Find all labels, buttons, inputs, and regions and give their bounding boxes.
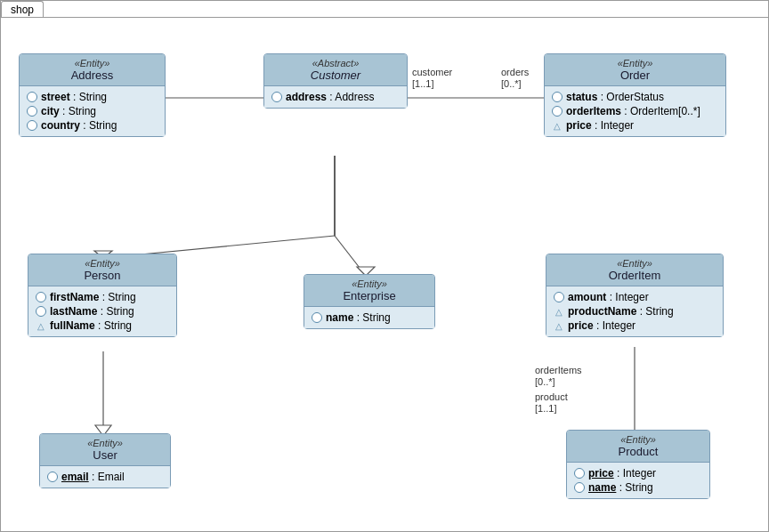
class-user-name: User [45,448,165,462]
triangle-icon: △ [36,320,46,331]
class-product: «Entity» Product price : Integer name : … [566,430,710,499]
label-customer: customer [412,67,452,77]
class-address-header: «Entity» Address [20,54,165,86]
attr-productname: △ productName : String [554,304,716,318]
class-address-body: street : String city : String country : … [20,86,165,136]
label-orderitems-mult: [0..*] [535,376,555,387]
class-person-name: Person [34,269,171,282]
class-customer: «Abstract» Customer address : Address [263,53,408,109]
diagram-area: customer [1..1] orders [0..*] orderItems… [1,17,768,531]
class-user-stereotype: «Entity» [45,438,165,448]
triangle-icon: △ [554,320,564,331]
class-user-header: «Entity» User [40,434,170,466]
diagram-tab[interactable]: shop [1,1,44,18]
attr-amount: amount : Integer [554,290,716,304]
class-address: «Entity» Address street : String city : … [19,53,166,137]
attr-name-enterprise: name : String [312,310,427,325]
class-enterprise-header: «Entity» Enterprise [304,275,434,307]
class-customer-header: «Abstract» Customer [264,54,407,86]
class-orderitem-name: OrderItem [552,269,717,282]
attr-street: street : String [27,90,158,104]
class-address-name: Address [25,69,159,82]
attr-price-orderitem: △ price : Integer [554,318,716,333]
circle-icon [552,106,563,117]
class-order-stereotype: «Entity» [550,58,720,69]
class-order: «Entity» Order status : OrderStatus orde… [544,53,726,137]
class-person-stereotype: «Entity» [34,258,171,269]
class-customer-body: address : Address [264,86,407,108]
class-product-body: price : Integer name : String [567,463,709,498]
circle-icon [554,292,564,302]
circle-icon [574,468,585,479]
circle-icon [47,472,58,482]
class-person-header: «Entity» Person [28,254,176,286]
class-order-header: «Entity» Order [545,54,725,86]
circle-icon [27,106,37,117]
class-user: «Entity» User email : Email [39,433,171,488]
class-person: «Entity» Person firstName : String lastN… [28,254,177,337]
attr-status: status : OrderStatus [552,90,718,104]
class-customer-name: Customer [270,69,401,82]
class-customer-stereotype: «Abstract» [270,58,401,69]
attr-firstname: firstName : String [36,290,169,304]
class-orderitem-header: «Entity» OrderItem [546,254,723,286]
circle-icon [36,292,46,302]
circle-icon [552,92,563,102]
class-orderitem-body: amount : Integer △ productName : String … [546,286,723,336]
attr-email: email : Email [47,470,163,484]
circle-icon [312,312,322,323]
class-product-header: «Entity» Product [567,431,709,463]
label-orders-mult: [0..*] [501,78,522,89]
class-product-name: Product [572,445,704,458]
class-enterprise-name: Enterprise [310,289,429,302]
class-enterprise-body: name : String [304,307,434,328]
attr-city: city : String [27,104,158,118]
attr-address: address : Address [271,90,400,104]
class-order-name: Order [550,69,720,82]
circle-icon [36,306,46,317]
svg-line-6 [335,236,366,276]
diagram-container: shop [0,0,769,532]
circle-icon [271,92,282,102]
class-enterprise-stereotype: «Entity» [310,278,429,289]
label-product-mult: [1..1] [535,403,556,414]
class-enterprise: «Entity» Enterprise name : String [304,274,435,329]
label-orderitems: orderItems [535,365,582,375]
circle-icon [574,482,585,493]
attr-name-product: name : String [574,480,702,495]
class-user-body: email : Email [40,466,170,488]
triangle-icon: △ [554,306,564,317]
attr-price-order: △ price : Integer [552,118,718,133]
class-address-stereotype: «Entity» [25,58,159,69]
class-person-body: firstName : String lastName : String △ f… [28,286,176,336]
circle-icon [27,120,37,131]
label-orders: orders [501,67,529,77]
attr-fullname: △ fullName : String [36,318,169,333]
triangle-icon: △ [552,120,563,131]
label-product: product [535,391,568,402]
attr-price-product: price : Integer [574,466,702,480]
class-product-stereotype: «Entity» [572,434,704,445]
class-order-body: status : OrderStatus orderItems : OrderI… [545,86,725,136]
circle-icon [27,92,37,102]
attr-country: country : String [27,118,158,133]
label-customer-mult: [1..1] [412,78,433,89]
class-orderitem: «Entity» OrderItem amount : Integer △ pr… [546,254,724,337]
class-orderitem-stereotype: «Entity» [552,258,717,269]
attr-orderitems: orderItems : OrderItem[0..*] [552,104,718,118]
attr-lastname: lastName : String [36,304,169,318]
